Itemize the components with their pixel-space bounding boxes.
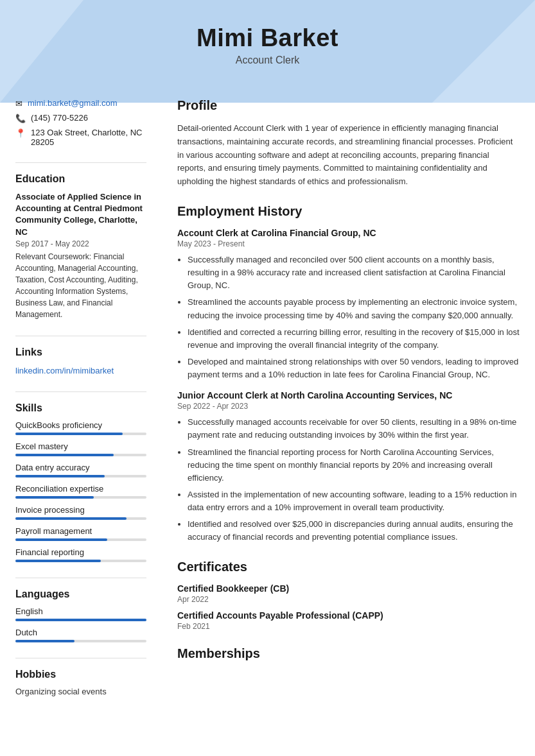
education-dates: Sep 2017 - May 2022 [15, 239, 146, 248]
skill-name: Financial reporting [15, 547, 146, 557]
lang-bar-bg [15, 640, 146, 642]
skill-bar-fill [15, 517, 127, 520]
skill-bar-fill [15, 475, 105, 477]
cert-entry: Certified Accounts Payable Professional … [177, 610, 520, 631]
skill-item: Payroll management [15, 526, 146, 541]
skill-bar-fill [15, 496, 94, 499]
education-section: Education Associate of Applied Science i… [15, 173, 146, 320]
candidate-title: Account Clerk [13, 55, 522, 66]
certificates-title: Certificates [177, 560, 520, 577]
address-text: 123 Oak Street, Charlotte, NC 28205 [31, 128, 146, 147]
education-degree: Associate of Applied Science in Accounti… [15, 191, 146, 238]
bullet-item: Successfully managed accounts receivable… [188, 416, 520, 442]
skill-name: Reconciliation expertise [15, 484, 146, 494]
job-entry: Junior Account Clerk at North Carolina A… [177, 390, 520, 544]
skill-bar-fill [15, 454, 114, 456]
employment-section: Employment History Account Clerk at Caro… [177, 204, 520, 544]
job-bullets: Successfully managed accounts receivable… [177, 416, 520, 544]
lang-item: English [15, 606, 146, 621]
hobbies-text: Organizing social events [15, 687, 146, 696]
lang-name: English [15, 606, 146, 616]
employment-title: Employment History [177, 204, 520, 221]
links-title: Links [15, 347, 146, 358]
languages-title: Languages [15, 588, 146, 600]
contact-email: ✉ mimi.barket@gmail.com [15, 98, 146, 108]
skill-bar-bg [15, 454, 146, 456]
job-dates: Sep 2022 - Apr 2023 [177, 402, 520, 411]
cert-name: Certified Bookkeeper (CB) [177, 583, 520, 594]
skill-item: Excel mastery [15, 442, 146, 456]
contact-section: ✉ mimi.barket@gmail.com 📞 (145) 770-5226… [15, 98, 146, 147]
skills-title: Skills [15, 402, 146, 414]
skill-bar-fill [15, 538, 107, 541]
skill-bar-bg [15, 538, 146, 541]
skill-bar-bg [15, 496, 146, 499]
email-link[interactable]: mimi.barket@gmail.com [28, 98, 118, 108]
lang-name: Dutch [15, 628, 146, 637]
divider-links [15, 391, 146, 392]
memberships-section: Memberships [177, 646, 520, 661]
job-dates: May 2023 - Present [177, 239, 520, 248]
phone-number: (145) 770-5226 [31, 113, 88, 123]
main-content: Profile Detail-oriented Account Clerk wi… [159, 98, 535, 731]
cert-date: Apr 2022 [177, 595, 520, 604]
education-coursework: Relevant Coursework: Financial Accountin… [15, 251, 146, 320]
education-title: Education [15, 173, 146, 185]
bullet-item: Streamlined the accounts payable process… [188, 296, 520, 322]
hobbies-title: Hobbies [15, 669, 146, 680]
memberships-title: Memberships [177, 646, 520, 661]
bullet-item: Assisted in the implementation of new ac… [188, 488, 520, 514]
skill-bar-bg [15, 560, 146, 562]
bullet-item: Identified and corrected a recurring bil… [188, 326, 520, 352]
skill-name: QuickBooks proficiency [15, 420, 146, 430]
bullet-item: Developed and maintained strong relation… [188, 356, 520, 381]
skill-bar-bg [15, 475, 146, 477]
cert-date: Feb 2021 [177, 622, 520, 631]
hobbies-section: Hobbies Organizing social events [15, 669, 146, 696]
skill-name: Data entry accuracy [15, 463, 146, 472]
bullet-item: Successfully managed and reconciled over… [188, 253, 520, 292]
linkedin-link[interactable]: linkedin.com/in/mimibarket [15, 366, 114, 375]
bullet-item: Identified and resolved over $25,000 in … [188, 518, 520, 544]
skill-bar-fill [15, 560, 101, 562]
profile-title: Profile [177, 98, 520, 116]
profile-text: Detail-oriented Account Clerk with 1 yea… [177, 122, 520, 189]
skill-item: QuickBooks proficiency [15, 420, 146, 435]
candidate-name: Mimi Barket [13, 24, 522, 52]
lang-bar-fill [15, 640, 75, 642]
lang-bar-fill [15, 619, 146, 621]
phone-icon: 📞 [15, 114, 26, 123]
cert-name: Certified Accounts Payable Professional … [177, 610, 520, 621]
skill-bar-fill [15, 433, 123, 435]
skill-item: Financial reporting [15, 547, 146, 562]
lang-item: Dutch [15, 628, 146, 642]
languages-section: Languages English Dutch [15, 588, 146, 642]
lang-bar-bg [15, 619, 146, 621]
header: Mimi Barket Account Clerk [0, 0, 535, 79]
linkedin-link-item: linkedin.com/in/mimibarket [15, 365, 146, 376]
sidebar: ✉ mimi.barket@gmail.com 📞 (145) 770-5226… [0, 98, 159, 731]
skill-name: Payroll management [15, 526, 146, 536]
divider-education [15, 336, 146, 336]
skill-item: Invoice processing [15, 505, 146, 520]
profile-section: Profile Detail-oriented Account Clerk wi… [177, 98, 520, 189]
skill-item: Data entry accuracy [15, 463, 146, 477]
skill-name: Excel mastery [15, 442, 146, 451]
location-icon: 📍 [15, 128, 26, 138]
certificates-section: Certificates Certified Bookkeeper (CB) A… [177, 560, 520, 631]
divider-skills [15, 578, 146, 578]
bullet-item: Streamlined the financial reporting proc… [188, 446, 520, 485]
main-layout: ✉ mimi.barket@gmail.com 📞 (145) 770-5226… [0, 98, 535, 731]
skill-item: Reconciliation expertise [15, 484, 146, 499]
job-title: Account Clerk at Carolina Financial Grou… [177, 228, 520, 238]
skill-bar-bg [15, 433, 146, 435]
job-title: Junior Account Clerk at North Carolina A… [177, 390, 520, 400]
divider-contact [15, 162, 146, 163]
skills-section: Skills QuickBooks proficiency Excel mast… [15, 402, 146, 562]
email-icon: ✉ [15, 99, 22, 108]
links-section: Links linkedin.com/in/mimibarket [15, 347, 146, 376]
job-bullets: Successfully managed and reconciled over… [177, 253, 520, 381]
skill-bar-bg [15, 517, 146, 520]
cert-entry: Certified Bookkeeper (CB) Apr 2022 [177, 583, 520, 604]
skill-name: Invoice processing [15, 505, 146, 515]
